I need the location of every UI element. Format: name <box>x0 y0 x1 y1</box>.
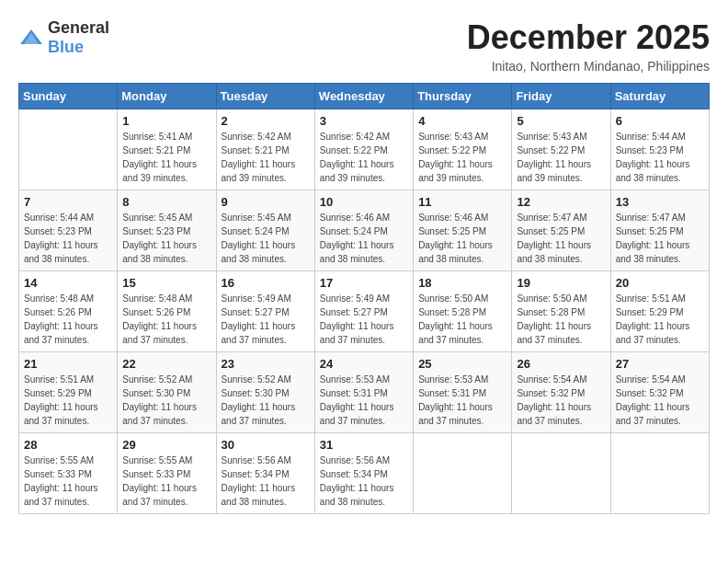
day-number: 13 <box>616 195 704 209</box>
calendar-cell: 8Sunrise: 5:45 AMSunset: 5:23 PMDaylight… <box>118 190 216 271</box>
day-number: 17 <box>320 276 408 290</box>
sunset-text: Sunset: 5:34 PM <box>320 469 388 479</box>
daylight-text: Daylight: 11 hours and 37 minutes. <box>616 321 690 345</box>
calendar-cell: 22Sunrise: 5:52 AMSunset: 5:30 PMDayligh… <box>118 352 216 433</box>
calendar-body: 1Sunrise: 5:41 AMSunset: 5:21 PMDaylight… <box>19 109 710 514</box>
sunset-text: Sunset: 5:27 PM <box>320 307 388 317</box>
sunset-text: Sunset: 5:24 PM <box>320 226 388 236</box>
page-header: General Blue December 2025 Initao, North… <box>18 18 710 74</box>
day-number: 14 <box>24 276 112 290</box>
day-number: 21 <box>24 357 112 371</box>
calendar-cell: 9Sunrise: 5:45 AMSunset: 5:24 PMDaylight… <box>216 190 314 271</box>
day-info: Sunrise: 5:54 AMSunset: 5:32 PMDaylight:… <box>517 373 605 428</box>
sunrise-text: Sunrise: 5:51 AM <box>24 374 94 385</box>
calendar-cell: 2Sunrise: 5:42 AMSunset: 5:21 PMDaylight… <box>216 109 314 190</box>
daylight-text: Daylight: 11 hours and 37 minutes. <box>517 402 591 426</box>
day-number: 10 <box>320 195 408 209</box>
daylight-text: Daylight: 11 hours and 38 minutes. <box>320 483 394 507</box>
daylight-text: Daylight: 11 hours and 37 minutes. <box>320 402 394 426</box>
day-number: 22 <box>122 357 210 371</box>
weekday-header-thursday: Thursday <box>414 84 512 109</box>
sunrise-text: Sunrise: 5:52 AM <box>122 374 192 385</box>
calendar-week-1: 1Sunrise: 5:41 AMSunset: 5:21 PMDaylight… <box>19 109 710 190</box>
day-number: 2 <box>222 114 310 128</box>
sunset-text: Sunset: 5:31 PM <box>418 388 486 398</box>
day-info: Sunrise: 5:42 AMSunset: 5:21 PMDaylight:… <box>222 130 310 185</box>
sunrise-text: Sunrise: 5:54 AM <box>517 374 586 385</box>
sunset-text: Sunset: 5:21 PM <box>222 145 290 155</box>
day-number: 27 <box>616 357 704 371</box>
logo: General Blue <box>18 18 109 57</box>
daylight-text: Daylight: 11 hours and 37 minutes. <box>122 483 197 507</box>
sunset-text: Sunset: 5:26 PM <box>122 307 190 317</box>
sunrise-text: Sunrise: 5:51 AM <box>616 293 686 304</box>
sunset-text: Sunset: 5:32 PM <box>616 388 684 398</box>
calendar-cell: 19Sunrise: 5:50 AMSunset: 5:28 PMDayligh… <box>512 271 610 352</box>
sunset-text: Sunset: 5:29 PM <box>616 307 684 317</box>
day-number: 19 <box>517 276 605 290</box>
sunset-text: Sunset: 5:26 PM <box>24 307 92 317</box>
day-info: Sunrise: 5:52 AMSunset: 5:30 PMDaylight:… <box>222 373 310 428</box>
day-info: Sunrise: 5:46 AMSunset: 5:24 PMDaylight:… <box>320 211 408 266</box>
daylight-text: Daylight: 11 hours and 38 minutes. <box>320 240 394 264</box>
sunset-text: Sunset: 5:25 PM <box>517 226 585 236</box>
day-info: Sunrise: 5:46 AMSunset: 5:25 PMDaylight:… <box>418 211 506 266</box>
day-info: Sunrise: 5:56 AMSunset: 5:34 PMDaylight:… <box>222 454 310 509</box>
day-info: Sunrise: 5:49 AMSunset: 5:27 PMDaylight:… <box>222 292 310 347</box>
weekday-header-friday: Friday <box>512 84 610 109</box>
daylight-text: Daylight: 11 hours and 38 minutes. <box>616 240 690 264</box>
day-info: Sunrise: 5:43 AMSunset: 5:22 PMDaylight:… <box>418 130 506 185</box>
sunrise-text: Sunrise: 5:44 AM <box>24 213 94 223</box>
calendar-cell: 23Sunrise: 5:52 AMSunset: 5:30 PMDayligh… <box>216 352 314 433</box>
sunrise-text: Sunrise: 5:52 AM <box>222 374 291 385</box>
day-number: 8 <box>122 195 210 209</box>
sunset-text: Sunset: 5:33 PM <box>24 469 92 479</box>
day-info: Sunrise: 5:51 AMSunset: 5:29 PMDaylight:… <box>616 292 704 347</box>
day-info: Sunrise: 5:45 AMSunset: 5:24 PMDaylight:… <box>222 211 310 266</box>
weekday-header-monday: Monday <box>118 84 216 109</box>
sunrise-text: Sunrise: 5:48 AM <box>24 293 94 304</box>
daylight-text: Daylight: 11 hours and 37 minutes. <box>517 321 591 345</box>
daylight-text: Daylight: 11 hours and 38 minutes. <box>222 483 296 507</box>
sunrise-text: Sunrise: 5:50 AM <box>517 293 586 304</box>
weekday-header-tuesday: Tuesday <box>216 84 314 109</box>
sunset-text: Sunset: 5:30 PM <box>222 388 290 398</box>
calendar-cell: 25Sunrise: 5:53 AMSunset: 5:31 PMDayligh… <box>414 352 512 433</box>
sunset-text: Sunset: 5:31 PM <box>320 388 388 398</box>
calendar-cell: 6Sunrise: 5:44 AMSunset: 5:23 PMDaylight… <box>610 109 709 190</box>
sunrise-text: Sunrise: 5:45 AM <box>122 213 192 223</box>
daylight-text: Daylight: 11 hours and 37 minutes. <box>320 321 394 345</box>
sunrise-text: Sunrise: 5:47 AM <box>517 213 586 223</box>
day-number: 30 <box>222 438 310 452</box>
day-number: 1 <box>122 114 210 128</box>
daylight-text: Daylight: 11 hours and 37 minutes. <box>122 402 197 426</box>
sunset-text: Sunset: 5:34 PM <box>222 469 290 479</box>
day-number: 9 <box>222 195 310 209</box>
calendar-cell: 24Sunrise: 5:53 AMSunset: 5:31 PMDayligh… <box>314 352 413 433</box>
sunset-text: Sunset: 5:24 PM <box>222 226 290 236</box>
sunrise-text: Sunrise: 5:49 AM <box>222 293 291 304</box>
calendar-cell: 18Sunrise: 5:50 AMSunset: 5:28 PMDayligh… <box>414 271 512 352</box>
daylight-text: Daylight: 11 hours and 37 minutes. <box>616 402 690 426</box>
day-number: 28 <box>24 438 112 452</box>
sunset-text: Sunset: 5:27 PM <box>222 307 290 317</box>
sunset-text: Sunset: 5:33 PM <box>122 469 190 479</box>
daylight-text: Daylight: 11 hours and 39 minutes. <box>320 159 394 183</box>
calendar-cell: 14Sunrise: 5:48 AMSunset: 5:26 PMDayligh… <box>19 271 118 352</box>
calendar-cell <box>512 433 610 514</box>
calendar-cell: 21Sunrise: 5:51 AMSunset: 5:29 PMDayligh… <box>19 352 118 433</box>
month-title: December 2025 <box>467 18 710 57</box>
calendar-week-4: 21Sunrise: 5:51 AMSunset: 5:29 PMDayligh… <box>19 352 710 433</box>
sunrise-text: Sunrise: 5:45 AM <box>222 213 291 223</box>
day-number: 5 <box>517 114 605 128</box>
daylight-text: Daylight: 11 hours and 38 minutes. <box>24 240 98 264</box>
day-number: 4 <box>418 114 506 128</box>
day-number: 18 <box>418 276 506 290</box>
day-info: Sunrise: 5:42 AMSunset: 5:22 PMDaylight:… <box>320 130 408 185</box>
logo-icon <box>18 28 44 48</box>
calendar-cell: 29Sunrise: 5:55 AMSunset: 5:33 PMDayligh… <box>118 433 216 514</box>
sunrise-text: Sunrise: 5:54 AM <box>616 374 686 385</box>
logo-general: General <box>48 18 109 37</box>
sunrise-text: Sunrise: 5:43 AM <box>418 132 488 142</box>
daylight-text: Daylight: 11 hours and 37 minutes. <box>418 402 493 426</box>
